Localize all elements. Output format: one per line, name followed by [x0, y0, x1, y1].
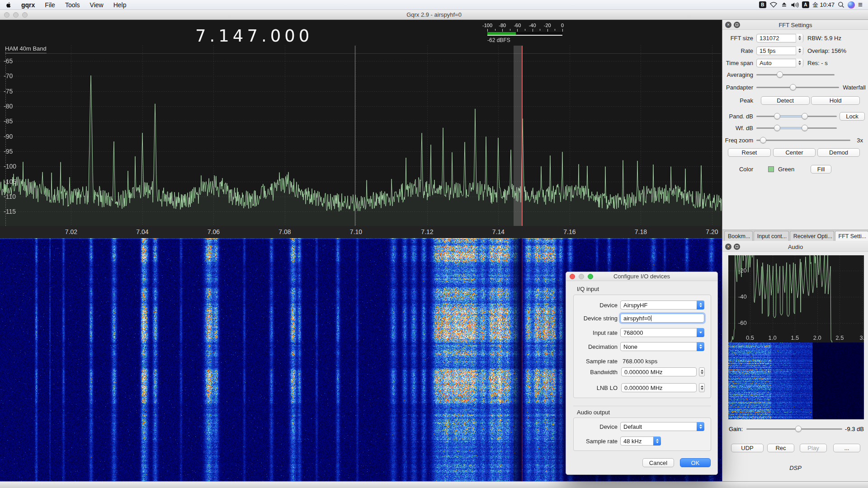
color-swatch[interactable]	[768, 166, 774, 172]
output-rate-label: Sample rate	[571, 438, 618, 445]
fft-size-select[interactable]: 131072	[756, 34, 803, 42]
decimation-select[interactable]: None	[620, 342, 704, 351]
lock-button[interactable]: Lock	[840, 112, 865, 121]
volume-icon[interactable]	[791, 2, 799, 8]
gain-slider[interactable]	[746, 425, 842, 432]
center-button[interactable]: Center	[773, 148, 816, 157]
stepper-icon	[697, 422, 704, 431]
stepper-icon	[697, 342, 704, 351]
x-tick-label: 7.12	[418, 228, 436, 235]
meter-tick	[525, 29, 525, 31]
output-rate-select[interactable]: 48 kHz	[620, 436, 661, 446]
eject-icon[interactable]	[781, 2, 788, 8]
apple-icon	[5, 1, 11, 9]
audio-output-section-label: Audio output	[577, 409, 610, 416]
peak-hold-button[interactable]: Hold	[811, 96, 860, 105]
audio-rec-button[interactable]: Rec	[767, 444, 794, 452]
x-tick-label: 7.10	[347, 228, 365, 235]
rbw-readout: RBW: 5.9 Hz	[807, 35, 841, 42]
lnb-lo-input[interactable]: 0.000000 MHz	[621, 383, 697, 392]
meter-ticks	[487, 29, 562, 32]
waterfall-db-range-slider[interactable]	[756, 124, 837, 131]
spectrum-canvas[interactable]	[0, 20, 722, 226]
tuned-frequency-line[interactable]	[522, 46, 523, 226]
waterfall-tuned-line	[522, 238, 523, 481]
device-string-value: airspyhf=0	[623, 315, 651, 322]
rate-select[interactable]: 15 fps	[756, 47, 803, 55]
bandwidth-input[interactable]: 0.000000 MHz	[621, 367, 697, 376]
demod-button[interactable]: Demod	[817, 148, 860, 157]
lnb-lo-value: 0.000000 MHz	[624, 385, 663, 391]
y-tick-label: -85	[4, 117, 13, 125]
output-rate-value: 48 kHz	[623, 438, 642, 445]
device-select[interactable]: AirspyHF	[620, 300, 704, 310]
dock-tab-receiveropti[interactable]: Receiver Opti...	[790, 231, 834, 241]
stepper-icon	[796, 47, 803, 55]
decimation-value: None	[623, 343, 637, 350]
audio-more-button[interactable]: ...	[833, 444, 860, 452]
audio-y-tick-label: -20	[738, 267, 747, 274]
dock-tab-inputcont[interactable]: Input cont...	[754, 231, 789, 241]
status-b-icon[interactable]: B	[759, 1, 766, 8]
x-tick-label: 7.18	[632, 228, 650, 235]
menu-clock[interactable]: 金 10:47	[812, 1, 835, 9]
decimation-label: Decimation	[571, 343, 618, 350]
stepper-icon[interactable]	[699, 367, 705, 376]
x-tick-label: 7.04	[133, 228, 151, 235]
text-caret	[651, 315, 651, 321]
y-tick-label: -95	[4, 148, 13, 155]
spotlight-icon[interactable]	[838, 1, 844, 8]
wifi-icon[interactable]	[769, 2, 778, 8]
res-readout: Res: - s	[807, 60, 828, 66]
meter-tick-label: -40	[529, 23, 536, 28]
apple-menu[interactable]	[0, 0, 16, 10]
dock-tab-bookm[interactable]: Bookm...	[724, 231, 753, 241]
audio-udp-button[interactable]: UDP	[731, 444, 764, 452]
band-span-line	[5, 53, 721, 54]
menu-tools[interactable]: Tools	[60, 0, 85, 10]
peak-detect-button[interactable]: Detect	[761, 96, 810, 105]
averaging-label: Averaging	[722, 71, 756, 78]
device-string-input[interactable]: airspyhf=0	[620, 314, 704, 323]
fill-button[interactable]: Fill	[811, 165, 831, 174]
menu-app-name[interactable]: gqrx	[16, 0, 40, 10]
panel-title: FFT Settings	[722, 22, 868, 28]
reset-button[interactable]: Reset	[728, 148, 771, 157]
frequency-display[interactable]: 7.147.000	[195, 26, 313, 46]
menu-help[interactable]: Help	[108, 0, 132, 10]
wf-db-label: Wf. dB	[722, 125, 756, 131]
dialog-titlebar: Configure I/O devices	[566, 272, 717, 281]
y-tick-label: -105	[4, 178, 16, 185]
averaging-slider[interactable]	[756, 71, 835, 78]
meter-tick	[517, 29, 518, 32]
ok-button[interactable]: OK	[680, 458, 711, 467]
x-tick-label: 7.16	[561, 228, 579, 235]
stepper-icon	[653, 436, 661, 446]
output-device-select[interactable]: Default	[620, 422, 704, 431]
siri-icon[interactable]	[848, 1, 855, 9]
meter-tick	[540, 29, 540, 31]
time-span-select[interactable]: Auto	[756, 59, 803, 67]
y-tick-label: -75	[4, 88, 13, 95]
pandapter-db-range-slider[interactable]	[756, 113, 837, 120]
configure-io-dialog: Configure I/O devices I/Q input Device A…	[566, 272, 718, 475]
stepper-icon	[796, 59, 803, 67]
y-tick-label: -115	[4, 208, 16, 215]
menu-view[interactable]: View	[85, 0, 108, 10]
color-label: Color	[722, 166, 756, 173]
stepper-icon[interactable]	[699, 383, 705, 392]
notification-center-icon[interactable]: ≡	[858, 2, 863, 8]
overlap-readout: Overlap: 156%	[807, 47, 846, 54]
time-span-label: Time span	[722, 60, 756, 66]
menu-file[interactable]: File	[40, 0, 60, 10]
input-rate-select[interactable]: 768000	[620, 328, 704, 337]
meter-tick-label: -100	[482, 23, 492, 28]
freq-zoom-slider[interactable]	[756, 136, 850, 144]
input-source-icon[interactable]: A	[802, 1, 809, 8]
filter-bandwidth-marker[interactable]	[514, 46, 522, 226]
audio-play-button[interactable]: Play	[800, 444, 827, 452]
pandapter-waterfall-slider[interactable]	[756, 84, 839, 91]
dock-tab-fftsetti[interactable]: FFT Setti...	[835, 231, 868, 241]
cancel-button[interactable]: Cancel	[642, 458, 674, 467]
audio-spectrum: -20-40-600.51.01.52.02.53.	[728, 255, 864, 343]
